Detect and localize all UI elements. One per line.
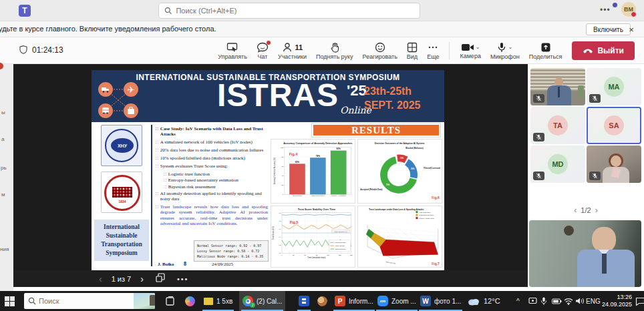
timer-text: 01:24:13 bbox=[32, 45, 63, 55]
taskbar-app-zoom[interactable]: zm Zoom ... bbox=[374, 291, 420, 311]
svg-text:150: 150 bbox=[350, 254, 353, 256]
clock-date: 24.09.2025 bbox=[602, 301, 632, 308]
start-button[interactable] bbox=[1, 291, 18, 311]
svg-text:0: 0 bbox=[281, 254, 283, 256]
bar-chart-accuracy: 02040608010065%No Protection78%Static Tr… bbox=[271, 139, 355, 204]
svg-text:70%: 70% bbox=[386, 184, 390, 186]
svg-text:100: 100 bbox=[327, 254, 329, 256]
svg-text:✈: ✈ bbox=[128, 85, 135, 95]
weather-temp: 12°C bbox=[484, 297, 500, 305]
taskbar-app-save[interactable] bbox=[295, 291, 313, 311]
svg-text:Fig.6: Fig.6 bbox=[432, 196, 440, 200]
next-slide-button[interactable]: › bbox=[140, 274, 144, 284]
taskbar-app-chrome[interactable]: J (2) Cal... bbox=[239, 291, 285, 311]
svg-text:Accuracy Comparison of Anomaly: Accuracy Comparison of Anomaly Detection… bbox=[283, 142, 352, 145]
surface-chart-trust-landscape: Trust Landscape under Data Loss & Spoofi… bbox=[357, 206, 442, 268]
search-highlight-image[interactable] bbox=[134, 293, 155, 309]
action-center-button[interactable] bbox=[632, 291, 644, 311]
taskbar-app-word[interactable]: W фото 1... bbox=[417, 291, 464, 311]
leave-button[interactable]: Выйти bbox=[572, 41, 635, 60]
slide-bullet-list: ∷Case Study: IoV Scenario with Data Loss… bbox=[156, 126, 268, 229]
paint-icon bbox=[317, 296, 327, 306]
svg-text:Fig.7: Fig.7 bbox=[432, 262, 440, 266]
participants-button[interactable]: 11 Участники bbox=[278, 42, 307, 60]
raise-hand-button[interactable]: Поднять руку bbox=[316, 42, 353, 60]
teams-search-input[interactable] bbox=[176, 7, 414, 15]
popout-icon[interactable] bbox=[156, 273, 165, 285]
smiley-icon bbox=[375, 42, 385, 53]
share-button[interactable]: Поделиться bbox=[529, 42, 562, 60]
meeting-timer: 01:24:13 bbox=[19, 45, 63, 55]
toolbar-divider bbox=[449, 42, 450, 59]
pagination-prev-icon[interactable]: ‹ bbox=[574, 206, 577, 215]
manage-button[interactable]: Управлять bbox=[218, 42, 247, 60]
titlebar-more-button[interactable]: ••• bbox=[600, 5, 611, 15]
svg-text:Normal Sensor: Normal Sensor bbox=[335, 242, 346, 243]
svg-text:Trust Score Stability Over Tim: Trust Score Stability Over Time bbox=[298, 208, 335, 211]
view-button[interactable]: Вид bbox=[407, 42, 418, 60]
mic-button[interactable]: ⌄ Микрофон bbox=[490, 42, 520, 60]
svg-text:Static Trust Models: Static Trust Models bbox=[311, 195, 325, 196]
copilot-button[interactable] bbox=[182, 291, 198, 311]
slide-counter: 1 из 7 bbox=[112, 275, 132, 283]
svg-text:Time (simulation steps): Time (simulation steps) bbox=[307, 256, 325, 259]
svg-text:High Trust Zone: High Trust Zone bbox=[419, 212, 431, 214]
pagination-next-icon[interactable]: › bbox=[595, 206, 598, 215]
svg-text:25: 25 bbox=[293, 254, 295, 256]
symposium-caption-panel: International Sustainable Transportation… bbox=[94, 220, 149, 261]
taskbar-app-powerpoint[interactable]: P Inform... bbox=[331, 291, 377, 311]
weather-widget[interactable]: 12°C bbox=[464, 291, 504, 311]
taskbar-app-notes[interactable]: 1 5хв bbox=[200, 291, 236, 311]
self-video-tile[interactable] bbox=[529, 220, 641, 287]
slide-navigation-bar: ‹ 1 из 7 › ••• bbox=[13, 270, 528, 287]
react-button[interactable]: Реагировать bbox=[363, 42, 397, 60]
participants-count: 11 bbox=[295, 43, 303, 51]
participant-tile-sa-speaking[interactable]: SA bbox=[587, 107, 641, 144]
close-icon[interactable]: × bbox=[625, 23, 637, 35]
presence-status-dot bbox=[631, 11, 637, 17]
teams-left-rail: ы а рь м ния bbox=[0, 64, 13, 291]
camera-chevron-icon[interactable]: ⌄ bbox=[476, 44, 480, 50]
taskbar-search-input[interactable] bbox=[36, 297, 134, 305]
share-icon bbox=[540, 42, 551, 53]
participant-tile-ta[interactable]: TA bbox=[530, 107, 585, 144]
meeting-toolbar: 01:24:13 Управлять Чат 11 Участники Подн… bbox=[0, 37, 644, 64]
windows-logo-icon bbox=[5, 296, 15, 306]
svg-text:10%: 10% bbox=[400, 157, 404, 160]
more-button[interactable]: Еще bbox=[427, 42, 439, 60]
svg-text:Moderate Risk Zone: Moderate Risk Zone bbox=[419, 214, 434, 216]
svg-text:80: 80 bbox=[282, 156, 284, 158]
teams-logo-icon[interactable]: T bbox=[19, 5, 31, 17]
presentation-slide: INTERNATIONAL SUSTAINABLE TRANSPORTATION… bbox=[92, 70, 444, 270]
notification-dot bbox=[613, 3, 617, 7]
participant-tile-ma[interactable]: MA bbox=[587, 68, 641, 105]
slide-nav-more-button[interactable]: ••• bbox=[177, 275, 189, 283]
participant-initials: TA bbox=[548, 115, 568, 135]
clock[interactable]: 13:26 24.09.2025 bbox=[599, 291, 635, 311]
clock-time: 13:26 bbox=[602, 294, 632, 301]
tray-expand-button[interactable]: ^ bbox=[513, 291, 523, 311]
meeting-stage-region: ы а рь м ния INTERNATIONAL SUSTAINABLE T… bbox=[0, 64, 644, 291]
teams-title-bar: T ••• BM bbox=[0, 0, 644, 21]
self-figure bbox=[592, 227, 616, 252]
prev-slide-button[interactable]: ‹ bbox=[99, 274, 102, 284]
participant-video-tile[interactable] bbox=[530, 68, 585, 105]
line-chart-trust-stability: 0.00.20.40.60.81.00255075100125150Safety… bbox=[271, 206, 355, 268]
svg-text:Lossy Sensor: Lossy Sensor bbox=[335, 245, 345, 246]
task-view-button[interactable] bbox=[162, 291, 178, 311]
svg-text:0.4: 0.4 bbox=[279, 236, 282, 238]
participant-tile-md[interactable]: MD bbox=[530, 145, 585, 183]
taskbar-app-paint[interactable] bbox=[314, 291, 331, 311]
mic-muted-icon bbox=[589, 172, 601, 180]
notification-text: удьте в курсе главного. Включите уведомл… bbox=[0, 25, 216, 33]
teams-search-box[interactable] bbox=[158, 3, 420, 19]
taskbar-search-box[interactable] bbox=[24, 293, 155, 309]
mic-muted-icon bbox=[589, 94, 601, 103]
mic-chevron-icon[interactable]: ⌄ bbox=[508, 44, 512, 50]
participant-video-tile[interactable] bbox=[587, 145, 641, 183]
enable-notifications-button[interactable]: Включить bbox=[586, 23, 631, 35]
chat-button[interactable]: Чат bbox=[257, 42, 269, 60]
participants-icon bbox=[282, 42, 293, 53]
camera-button[interactable]: ⌄ Камера bbox=[460, 43, 480, 59]
camera-icon bbox=[461, 43, 474, 52]
